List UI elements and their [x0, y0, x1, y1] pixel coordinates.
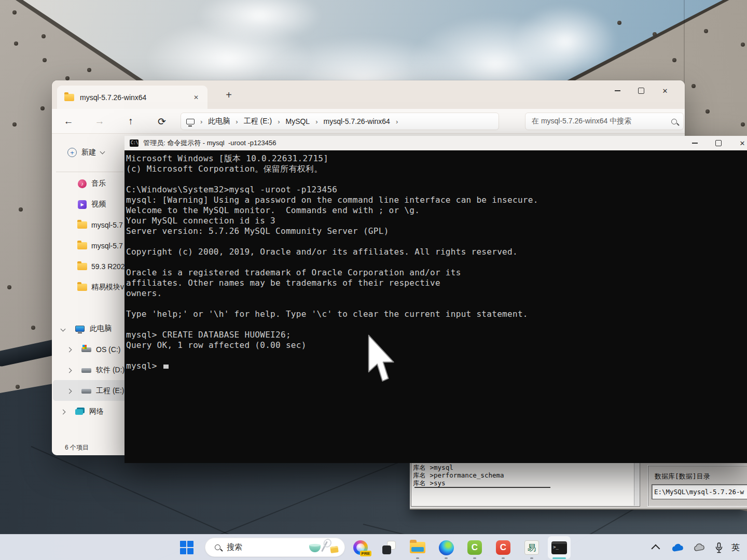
sidebar-item-label: 工程 (E:): [96, 386, 124, 396]
scrollbar[interactable]: [634, 463, 639, 506]
console-line: [126, 174, 746, 185]
new-button[interactable]: 新建: [63, 144, 108, 161]
ime-indicator[interactable]: 英: [727, 539, 744, 556]
console-line: Type 'help;' or '\h' for help. Type '\c'…: [126, 309, 746, 319]
voice-input-button[interactable]: [712, 539, 726, 556]
console-line: Query OK, 1 row affected (0.00 sec): [126, 340, 746, 351]
breadcrumb-item[interactable]: 工程 (E:): [242, 117, 274, 126]
copilot-button[interactable]: PRE: [352, 539, 369, 556]
camtasia-button[interactable]: [466, 539, 483, 556]
maximize-button[interactable]: [707, 136, 730, 150]
epl-icon: [524, 540, 539, 555]
search-input[interactable]: 在 mysql-5.7.26-winx64 中搜索: [525, 113, 684, 130]
close-button[interactable]: [653, 80, 677, 101]
sidebar-item-label: 59.3 R202: [91, 262, 125, 271]
sidebar-item-label: 精易模块v1: [91, 283, 128, 292]
active-running-indicator: [552, 557, 566, 559]
breadcrumb-item[interactable]: mysql-5.7.26-winx64: [322, 117, 392, 125]
epl-button[interactable]: [523, 539, 541, 556]
onedrive-button[interactable]: [669, 539, 685, 556]
file-explorer-button[interactable]: [409, 539, 426, 556]
breadcrumb-item[interactable]: 此电脑: [206, 117, 232, 126]
data-directory-field[interactable]: E:\MySQL\mysql-5.7.26-w: [652, 484, 747, 499]
sidebar-item-label: 网络: [89, 407, 104, 416]
cmd-titlebar[interactable]: 管理员: 命令提示符 - mysql -uroot -p123456: [125, 136, 747, 150]
camtasia-recorder-button[interactable]: [494, 539, 512, 556]
search-icon: [671, 119, 677, 124]
taskbar-search-label: 搜索: [227, 542, 308, 552]
console-prompt-line: mysql>: [126, 361, 746, 371]
console-line: owners.: [126, 288, 746, 299]
sidebar-divider: [56, 172, 123, 172]
new-tab-button[interactable]: [222, 88, 236, 102]
running-indicator: [473, 557, 476, 559]
cmd-title: 管理员: 命令提示符 - mysql -uroot -p123456: [143, 138, 276, 148]
explorer-tab[interactable]: mysql-5.7.26-winx64: [57, 86, 208, 109]
maximize-button[interactable]: [629, 80, 653, 101]
drive-icon: [81, 389, 91, 394]
terminal-icon: [551, 541, 567, 554]
console-line: C:\Windows\System32>mysql -uroot -p12345…: [126, 185, 746, 195]
taskbar-search[interactable]: 搜索: [205, 538, 345, 557]
console-line: Your MySQL connection id is 3: [126, 216, 746, 226]
console-line: Copyright (c) 2000, 2019, Oracle and/or …: [126, 247, 746, 257]
console-line: [126, 257, 746, 268]
console-line: Microsoft Windows [版本 10.0.22631.2715]: [126, 153, 746, 164]
running-indicator: [445, 557, 448, 559]
tab-close-icon[interactable]: [191, 92, 201, 103]
database-list-panel[interactable]: 库名 >mysql 库名 >performance_schema 库名 >sys: [411, 462, 640, 507]
chevron-right-icon: [392, 118, 402, 125]
minimize-button[interactable]: [683, 136, 707, 150]
database-list-row: 库名 >sys: [413, 479, 446, 487]
camtasia-green-icon: [467, 540, 482, 555]
sidebar-item-label: mysql-5.7: [91, 221, 123, 229]
address-bar[interactable]: 此电脑 工程 (E:) MySQL mysql-5.7.26-winx64: [181, 113, 499, 130]
back-button[interactable]: ←: [59, 109, 78, 134]
this-pc-icon: [75, 326, 85, 332]
console-line: [126, 319, 746, 330]
list-underline: [414, 487, 550, 488]
forward-button[interactable]: →: [90, 109, 109, 134]
edge-button[interactable]: [437, 539, 455, 556]
up-button[interactable]: ↑: [121, 109, 140, 134]
search-highlight-image: [308, 540, 340, 555]
cloud-status-button[interactable]: [691, 539, 707, 556]
tray-overflow-button[interactable]: [649, 539, 664, 556]
close-button[interactable]: [730, 136, 747, 150]
start-button[interactable]: [178, 539, 196, 556]
sidebar-item-label: 音乐: [91, 179, 106, 188]
console-line: mysql> CREATE DATABASE HUOWEI26;: [126, 330, 746, 340]
new-button-label: 新建: [81, 148, 96, 157]
folder-icon: [410, 542, 425, 553]
data-directory-group: 数据库[数据]目录 E:\MySQL\mysql-5.7.26-w: [647, 465, 747, 507]
network-icon: [75, 409, 83, 415]
taskbar: 搜索 PRE: [0, 534, 747, 560]
console-output[interactable]: Microsoft Windows [版本 10.0.22631.2715] (…: [126, 153, 746, 371]
breadcrumb-item[interactable]: MySQL: [283, 117, 312, 125]
edge-icon: [439, 540, 454, 555]
this-pc-icon: [186, 119, 195, 124]
copilot-icon: PRE: [353, 540, 368, 555]
console-line: [126, 236, 746, 247]
console-line: Oracle is a registered trademark of Orac…: [126, 268, 746, 278]
chevron-right-icon: [197, 118, 206, 125]
folder-icon: [77, 221, 87, 229]
refresh-button[interactable]: ⟳: [153, 109, 171, 134]
cmd-window-controls: [683, 136, 747, 150]
sidebar-item-label: mysql-5.7: [91, 242, 123, 250]
chevron-right-icon: [274, 118, 283, 125]
items-count: 6 个项目: [65, 443, 89, 452]
data-directory-label: 数据库[数据]目录: [655, 472, 710, 481]
minimize-button[interactable]: [605, 80, 629, 101]
chevron-down-icon: [100, 149, 105, 155]
plus-icon: [67, 148, 77, 157]
task-view-button[interactable]: [380, 539, 398, 556]
video-icon: [78, 200, 87, 209]
folder-icon: [77, 263, 87, 270]
drive-icon: [81, 347, 91, 352]
command-prompt-button[interactable]: [548, 536, 571, 559]
mysql-tool-window: 库名 >mysql 库名 >performance_schema 库名 >sys…: [410, 463, 747, 510]
chevron-right-icon: [312, 118, 321, 125]
sidebar-item-label: 视频: [91, 200, 106, 209]
sidebar-item-label: 此电脑: [90, 324, 112, 333]
